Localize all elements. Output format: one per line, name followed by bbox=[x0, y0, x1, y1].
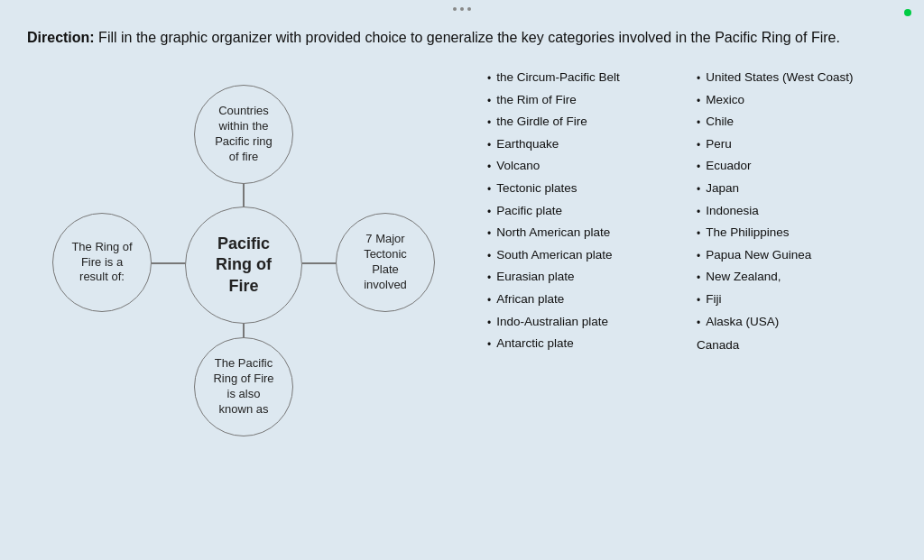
connector-top bbox=[243, 184, 245, 207]
bullet-icon: • bbox=[487, 136, 491, 156]
bullet-icon: • bbox=[487, 158, 491, 178]
list-item: •New Zealand, bbox=[697, 266, 897, 289]
list-item: •Alaska (USA) bbox=[697, 311, 897, 334]
list-item: •Volcano bbox=[487, 155, 688, 178]
list-item-text: Antarctic plate bbox=[496, 333, 574, 354]
bullet-icon: • bbox=[697, 225, 700, 244]
bullet-icon: • bbox=[697, 314, 700, 334]
list-item: •Chile bbox=[697, 111, 897, 133]
list-item-text: Ecuador bbox=[706, 155, 751, 177]
bullet-icon: • bbox=[487, 114, 491, 133]
list-item-text: United States (West Coast) bbox=[706, 67, 853, 88]
list-item: •Earthquake bbox=[487, 133, 688, 156]
canada-text: Canada bbox=[697, 335, 897, 356]
list-item: •South American plate bbox=[487, 244, 688, 267]
list-item-text: Tectonic plates bbox=[496, 178, 577, 199]
bullet-icon: • bbox=[487, 92, 491, 112]
lists-area: •the Circum-Pacific Belt•the Rim of Fire… bbox=[478, 67, 897, 454]
list-column-1: •the Circum-Pacific Belt•the Rim of Fire… bbox=[487, 67, 688, 454]
list-item-text: Indonesia bbox=[706, 200, 759, 222]
list-item: •North American plate bbox=[487, 222, 688, 244]
list-item-text: Eurasian plate bbox=[496, 266, 574, 288]
green-status-dot bbox=[904, 9, 911, 16]
list-item-text: Chile bbox=[706, 111, 734, 133]
bullet-icon: • bbox=[697, 203, 700, 223]
bullet-icon: • bbox=[487, 291, 491, 311]
circle-top-label: Countrieswithin thePacific ringof fire bbox=[215, 104, 273, 165]
list-item: •the Rim of Fire bbox=[487, 89, 688, 112]
list-item-text: the Rim of Fire bbox=[496, 89, 577, 111]
list-item: •Antarctic plate bbox=[487, 333, 688, 355]
bullet-icon: • bbox=[697, 247, 700, 267]
direction-text: Direction: Fill in the graphic organizer… bbox=[27, 27, 897, 49]
bullet-icon: • bbox=[487, 314, 491, 334]
content-area: PacificRing ofFire Countrieswithin thePa… bbox=[27, 67, 897, 454]
list-item: •the Circum-Pacific Belt bbox=[487, 67, 688, 89]
bullet-icon: • bbox=[487, 69, 491, 89]
circle-bottom-label: The PacificRing of Fireis alsoknown as bbox=[213, 356, 273, 418]
diagram-area: PacificRing ofFire Countrieswithin thePa… bbox=[27, 67, 478, 454]
bullet-icon: • bbox=[697, 69, 700, 89]
list-item: •Pacific plate bbox=[487, 200, 688, 223]
list-item-text: Indo-Australian plate bbox=[496, 311, 608, 333]
dot-2 bbox=[460, 7, 464, 11]
list-item-text: the Circum-Pacific Belt bbox=[496, 67, 620, 88]
list-item-text: New Zealand, bbox=[706, 266, 781, 288]
circle-bottom: The PacificRing of Fireis alsoknown as bbox=[194, 337, 293, 436]
list-item-text: Papua New Guinea bbox=[706, 244, 811, 266]
circle-top: Countrieswithin thePacific ringof fire bbox=[194, 85, 293, 184]
bullet-icon: • bbox=[487, 269, 491, 289]
list-item-text: Pacific plate bbox=[496, 200, 562, 222]
list-item: •Indo-Australian plate bbox=[487, 311, 688, 334]
circle-right-label: 7 MajorTectonicPlateinvolved bbox=[364, 232, 407, 293]
list-item: •Tectonic plates bbox=[487, 178, 688, 200]
list-item: •Papua New Guinea bbox=[697, 244, 897, 267]
list-item-text: Peru bbox=[706, 133, 732, 155]
list-item: •Ecuador bbox=[697, 155, 897, 178]
list-item-text: North American plate bbox=[496, 222, 610, 243]
list-item: •the Girdle of Fire bbox=[487, 111, 688, 133]
circle-left: The Ring ofFire is aresult of: bbox=[52, 213, 152, 312]
list-item-text: Alaska (USA) bbox=[706, 311, 779, 333]
list-item: •Japan bbox=[697, 178, 897, 200]
list-item: •United States (West Coast) bbox=[697, 67, 897, 89]
bullet-icon: • bbox=[697, 136, 700, 156]
circle-center: PacificRing ofFire bbox=[185, 207, 302, 324]
bullet-icon: • bbox=[487, 335, 491, 355]
bullet-icon: • bbox=[697, 114, 700, 133]
circle-right: 7 MajorTectonicPlateinvolved bbox=[336, 213, 435, 312]
bullet-icon: • bbox=[697, 291, 700, 311]
bullet-icon: • bbox=[487, 225, 491, 244]
bullet-icon: • bbox=[697, 269, 700, 289]
list-item-text: Mexico bbox=[706, 89, 744, 111]
list-item-text: Fiji bbox=[706, 289, 721, 310]
list-item: •African plate bbox=[487, 289, 688, 311]
list-item-text: Volcano bbox=[496, 155, 540, 177]
list-column-2: •United States (West Coast)•Mexico•Chile… bbox=[697, 67, 897, 454]
dot-1 bbox=[453, 7, 457, 11]
bullet-icon: • bbox=[697, 180, 700, 200]
bullet-icon: • bbox=[697, 92, 700, 112]
list-item-text: the Girdle of Fire bbox=[496, 111, 587, 133]
list-item: •Fiji bbox=[697, 289, 897, 311]
top-bar bbox=[453, 7, 471, 11]
direction-label: Direction: bbox=[27, 30, 95, 45]
bullet-icon: • bbox=[487, 247, 491, 267]
direction-body: Fill in the graphic organizer with provi… bbox=[95, 30, 840, 45]
main-container: Direction: Fill in the graphic organizer… bbox=[0, 0, 924, 560]
list-item-text: South American plate bbox=[496, 244, 612, 266]
list-item: •Indonesia bbox=[697, 200, 897, 223]
bullet-icon: • bbox=[697, 158, 700, 178]
bullet-icon: • bbox=[487, 203, 491, 223]
dot-3 bbox=[467, 7, 471, 11]
list-item-text: African plate bbox=[496, 289, 564, 310]
list-item-text: The Philippines bbox=[706, 222, 789, 243]
list-item-text: Japan bbox=[706, 178, 739, 199]
list-item: •Peru bbox=[697, 133, 897, 156]
list-item-text: Earthquake bbox=[496, 133, 559, 155]
bullet-icon: • bbox=[487, 180, 491, 200]
circle-left-label: The Ring ofFire is aresult of: bbox=[71, 240, 132, 286]
list-item: •The Philippines bbox=[697, 222, 897, 244]
list-item: •Eurasian plate bbox=[487, 266, 688, 289]
list-item: •Mexico bbox=[697, 89, 897, 112]
